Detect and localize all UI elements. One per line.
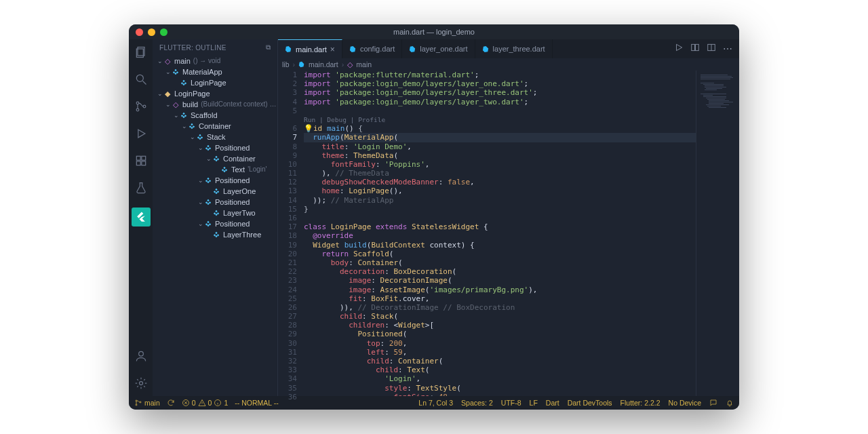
svg-marker-7: [138, 130, 144, 138]
code-line[interactable]: theme: ThemeData(: [304, 151, 696, 160]
files-icon[interactable]: [134, 45, 149, 60]
codelens[interactable]: Run | Debug | Profile: [304, 115, 696, 124]
encoding[interactable]: UTF-8: [501, 399, 521, 407]
breadcrumb[interactable]: lib › main.dart › ◇ main: [278, 58, 739, 71]
collapse-icon[interactable]: ⧉: [266, 43, 271, 52]
code-line[interactable]: runApp(MaterialApp(: [304, 133, 696, 142]
device[interactable]: No Device: [669, 399, 701, 407]
code-line[interactable]: [304, 106, 696, 115]
code-line[interactable]: import 'package:login_demo/layers/layer_…: [304, 98, 696, 106]
code-line[interactable]: Positioned(: [304, 330, 696, 338]
outline-item[interactable]: ⌄Positioned: [153, 175, 277, 186]
code-line[interactable]: import 'package:login_demo/layers/layer_…: [304, 88, 696, 97]
flutter-version[interactable]: Flutter: 2.2.2: [620, 399, 660, 407]
code-line[interactable]: style: TextStyle(: [304, 384, 696, 393]
outline-item[interactable]: ⌄◇build(BuildContext context) …: [153, 99, 277, 110]
code-line[interactable]: child: Text(: [304, 366, 696, 374]
sync-icon[interactable]: [167, 399, 175, 407]
outline-item[interactable]: Text'Login': [153, 164, 277, 175]
code-line[interactable]: [304, 214, 696, 222]
eol[interactable]: LF: [530, 399, 538, 407]
code-line[interactable]: import 'package:flutter/material.dart';: [304, 71, 696, 79]
close-window-button[interactable]: [136, 28, 143, 36]
code-line[interactable]: fontFamily: 'Poppins',: [304, 160, 696, 169]
outline-item[interactable]: ⌄Stack: [153, 132, 277, 142]
code-line[interactable]: top: 200,: [304, 339, 696, 348]
code-line[interactable]: fit: BoxFit.cover,: [304, 294, 696, 303]
scm-icon[interactable]: [134, 99, 149, 114]
editor-tab[interactable]: layer_one.dart: [402, 39, 475, 58]
extensions-icon[interactable]: [134, 153, 149, 168]
code-line[interactable]: debugShowCheckedModeBanner: false,: [304, 178, 696, 186]
code-line[interactable]: return Scaffold(: [304, 250, 696, 258]
outline-item[interactable]: ⌄Container: [153, 121, 277, 132]
code-line[interactable]: home: LoginPage(),: [304, 186, 696, 195]
outline-item[interactable]: ⌄Positioned: [153, 142, 277, 153]
code-line[interactable]: Widget build(BuildContext context) {: [304, 241, 696, 250]
minimize-window-button[interactable]: [148, 28, 155, 36]
maximize-window-button[interactable]: [160, 28, 167, 36]
outline-item[interactable]: ⌄MaterialApp: [153, 66, 277, 77]
outline-item[interactable]: LayerTwo: [153, 208, 277, 218]
editor-tab[interactable]: config.dart: [342, 39, 402, 58]
code-line[interactable]: children: <Widget>[: [304, 321, 696, 330]
code-line[interactable]: left: 59,: [304, 348, 696, 357]
outline-item[interactable]: LoginPage: [153, 77, 277, 88]
code-line[interactable]: 'Login',: [304, 374, 696, 383]
code-line[interactable]: image: DecorationImage(: [304, 276, 696, 285]
svg-point-5: [136, 108, 139, 111]
close-tab-icon[interactable]: ×: [330, 45, 335, 54]
bell-icon[interactable]: [726, 399, 734, 407]
outline-item[interactable]: ⌄Positioned: [153, 197, 277, 208]
editor-tab[interactable]: layer_three.dart: [475, 39, 553, 58]
breadcrumb-part[interactable]: main.dart: [309, 60, 338, 68]
minimap[interactable]: [696, 71, 739, 396]
code-line[interactable]: decoration: BoxDecoration(: [304, 267, 696, 276]
outline-item[interactable]: ⌄◆LoginPage: [153, 88, 277, 99]
account-icon[interactable]: [134, 349, 149, 363]
outline-item[interactable]: ⌄Scaffold: [153, 110, 277, 121]
indent[interactable]: Spaces: 2: [461, 399, 493, 407]
git-branch[interactable]: main: [134, 399, 160, 407]
code-editor[interactable]: 1234567891011121314151617181920212223242…: [278, 71, 739, 396]
flask-icon[interactable]: [134, 180, 149, 195]
code-line[interactable]: class LoginPage extends StatelessWidget …: [304, 222, 696, 231]
outline-item[interactable]: ⌄Container: [153, 153, 277, 164]
code-line[interactable]: child: Container(: [304, 357, 696, 366]
devtools[interactable]: Dart DevTools: [568, 399, 612, 407]
outline-item[interactable]: ⌄◇main() → void: [153, 56, 277, 66]
cursor-pos[interactable]: Ln 7, Col 3: [418, 399, 453, 407]
outline-item[interactable]: LayerThree: [153, 229, 277, 240]
flutter-icon[interactable]: [132, 208, 151, 226]
search-icon[interactable]: [134, 72, 149, 87]
split-icon[interactable]: [690, 43, 700, 55]
code-line[interactable]: @override: [304, 231, 696, 240]
layout-icon[interactable]: [707, 43, 716, 55]
svg-rect-11: [141, 161, 145, 165]
outline-item[interactable]: LayerOne: [153, 186, 277, 197]
svg-point-6: [143, 105, 146, 108]
code-line[interactable]: image: AssetImage('images/primaryBg.png'…: [304, 285, 696, 294]
language[interactable]: Dart: [546, 399, 559, 407]
breadcrumb-part[interactable]: lib: [282, 60, 290, 68]
outline-item[interactable]: ⌄Positioned: [153, 218, 277, 229]
problems[interactable]: 0 0 1: [182, 399, 229, 407]
code-line[interactable]: import 'package:login_demo/layers/layer_…: [304, 79, 696, 88]
code-line[interactable]: title: 'Login Demo',: [304, 142, 696, 151]
feedback-icon[interactable]: [709, 399, 717, 407]
code-line[interactable]: 💡id main() {: [304, 124, 696, 133]
code-line[interactable]: )), // DecorationImage // BoxDecoration: [304, 303, 696, 312]
code-line[interactable]: }: [304, 205, 696, 214]
debug-icon[interactable]: [134, 126, 149, 141]
code-line[interactable]: fontSize: 48,: [304, 393, 696, 396]
breadcrumb-part[interactable]: main: [356, 60, 372, 68]
code-line[interactable]: body: Container(: [304, 258, 696, 267]
code-content[interactable]: import 'package:flutter/material.dart';i…: [304, 71, 696, 396]
run-icon[interactable]: [674, 43, 684, 55]
more-icon[interactable]: ⋯: [723, 43, 732, 54]
settings-icon[interactable]: [134, 376, 149, 391]
code-line[interactable]: ), // ThemeData: [304, 169, 696, 178]
code-line[interactable]: child: Stack(: [304, 312, 696, 321]
code-line[interactable]: )); // MaterialApp: [304, 196, 696, 205]
editor-tab[interactable]: main.dart×: [278, 39, 342, 58]
